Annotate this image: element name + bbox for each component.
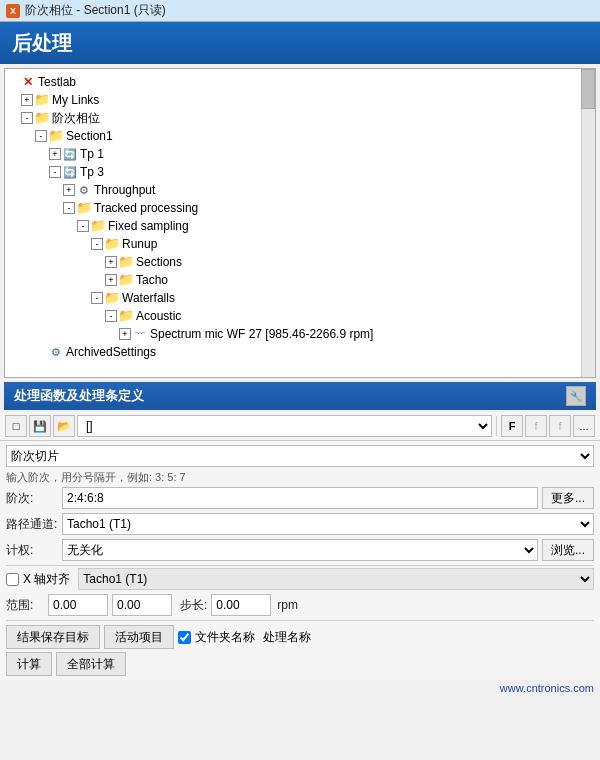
icon-waterfalls: 📁 [105, 291, 119, 305]
f2-button[interactable]: f [525, 415, 547, 437]
new-button[interactable]: □ [5, 415, 27, 437]
tree-item-tacho[interactable]: +📁Tacho [7, 271, 593, 289]
icon-spectrum: 〰 [133, 327, 147, 341]
toggle-tacho[interactable]: + [105, 274, 117, 286]
toggle-section1[interactable]: - [35, 130, 47, 142]
active-item-button[interactable]: 活动项目 [104, 625, 174, 649]
f-button[interactable]: F [501, 415, 523, 437]
xaxis-checkbox[interactable] [6, 573, 19, 586]
scrollbar-thumb[interactable] [581, 69, 595, 109]
icon-acoustic: 📁 [119, 309, 133, 323]
tree-item-tracked[interactable]: -📁Tracked processing [7, 199, 593, 217]
dots-button[interactable]: ... [573, 415, 595, 437]
tree-inner: ✕Testlab+📁My Links-📁阶次相位-📁Section1+🔄Tp 1… [5, 69, 595, 365]
icon-tp1: 🔄 [63, 147, 77, 161]
calc-label: 计权: [6, 542, 58, 559]
app-icon: X [6, 4, 20, 18]
section-bar: 处理函数及处理条定义 🔧 [4, 382, 596, 410]
open-button[interactable]: 📂 [53, 415, 75, 437]
title-bar: X 阶次相位 - Section1 (只读) [0, 0, 600, 22]
icon-section1: 📁 [49, 129, 63, 143]
tree-item-mylinks[interactable]: +📁My Links [7, 91, 593, 109]
order-input[interactable] [62, 487, 538, 509]
toggle-throughput[interactable]: + [63, 184, 75, 196]
toolbar-select[interactable]: [] [77, 415, 492, 437]
tree-item-fixed[interactable]: -📁Fixed sampling [7, 217, 593, 235]
tree-item-archived[interactable]: ⚙ArchivedSettings [7, 343, 593, 361]
toggle-runup[interactable]: - [91, 238, 103, 250]
calc-row: 计权: 无关化 浏览... [6, 539, 594, 561]
toggle-spectrum[interactable]: + [119, 328, 131, 340]
browse-button[interactable]: 浏览... [542, 539, 594, 561]
panel-title: 后处理 [12, 30, 72, 57]
icon-tacho: 📁 [119, 273, 133, 287]
panel-header: 后处理 [0, 22, 600, 64]
tree-item-section1[interactable]: -📁Section1 [7, 127, 593, 145]
tree-item-tp1[interactable]: +🔄Tp 1 [7, 145, 593, 163]
label-jiecixiangwei: 阶次相位 [52, 109, 100, 127]
range-row: 范围: 步长: rpm [6, 594, 594, 616]
icon-tp3: 🔄 [63, 165, 77, 179]
tree-item-waterfalls[interactable]: -📁Waterfalls [7, 289, 593, 307]
toggle-mylinks[interactable]: + [21, 94, 33, 106]
divider2 [6, 620, 594, 621]
track-row: 路径通道: Tacho1 (T1) [6, 513, 594, 535]
tree-item-acoustic[interactable]: -📁Acoustic [7, 307, 593, 325]
filename-checkbox[interactable] [178, 631, 191, 644]
tree-panel[interactable]: ✕Testlab+📁My Links-📁阶次相位-📁Section1+🔄Tp 1… [4, 68, 596, 378]
tree-item-jiecixiangwei[interactable]: -📁阶次相位 [7, 109, 593, 127]
calc-all-button[interactable]: 全部计算 [56, 652, 126, 676]
step-input[interactable] [211, 594, 271, 616]
form-hint: 输入阶次，用分号隔开，例如: 3: 5: 7 [6, 470, 594, 485]
toggle-waterfalls[interactable]: - [91, 292, 103, 304]
order-label: 阶次: [6, 490, 58, 507]
label-throughput: Throughput [94, 181, 155, 199]
combo1-select[interactable]: 阶次切片 [6, 445, 594, 467]
form-area: 阶次切片 输入阶次，用分号隔开，例如: 3: 5: 7 阶次: 更多... 路径… [0, 441, 600, 680]
label-tp3: Tp 3 [80, 163, 104, 181]
label-testlab: Testlab [38, 73, 76, 91]
toggle-acoustic[interactable]: - [105, 310, 117, 322]
icon-archived: ⚙ [49, 345, 63, 359]
xaxis-select[interactable]: Tacho1 (T1) [78, 568, 594, 590]
f3-button[interactable]: f [549, 415, 571, 437]
step-label: 步长: [180, 597, 207, 614]
order-row: 阶次: 更多... [6, 487, 594, 509]
calc-button[interactable]: 计算 [6, 652, 52, 676]
toggle-tracked[interactable]: - [63, 202, 75, 214]
step-unit: rpm [277, 598, 298, 612]
procname-label: 处理名称 [263, 629, 311, 646]
icon-fixed: 📁 [91, 219, 105, 233]
tree-item-tp3[interactable]: -🔄Tp 3 [7, 163, 593, 181]
toolbar: □ 💾 📂 [] F f f ... [0, 412, 600, 441]
tree-item-runup[interactable]: -📁Runup [7, 235, 593, 253]
save-button[interactable]: 💾 [29, 415, 51, 437]
scrollbar-track[interactable] [581, 69, 595, 377]
more-button[interactable]: 更多... [542, 487, 594, 509]
icon-tracked: 📁 [77, 201, 91, 215]
calc-row-bottom: 计算 全部计算 [6, 652, 594, 676]
label-waterfalls: Waterfalls [122, 289, 175, 307]
label-sections: Sections [136, 253, 182, 271]
calc-select[interactable]: 无关化 [62, 539, 538, 561]
toggle-jiecixiangwei[interactable]: - [21, 112, 33, 124]
xaxis-label: X 轴对齐 [23, 571, 70, 588]
toggle-sections[interactable]: + [105, 256, 117, 268]
icon-throughput: ⚙ [77, 183, 91, 197]
track-select[interactable]: Tacho1 (T1) [62, 513, 594, 535]
toggle-tp3[interactable]: - [49, 166, 61, 178]
icon-runup: 📁 [105, 237, 119, 251]
range-to[interactable] [112, 594, 172, 616]
tree-item-sections[interactable]: +📁Sections [7, 253, 593, 271]
label-tracked: Tracked processing [94, 199, 198, 217]
tree-item-testlab[interactable]: ✕Testlab [7, 73, 593, 91]
tree-item-throughput[interactable]: +⚙Throughput [7, 181, 593, 199]
section-bar-title: 处理函数及处理条定义 [14, 387, 144, 405]
save-target-button[interactable]: 结果保存目标 [6, 625, 100, 649]
toggle-tp1[interactable]: + [49, 148, 61, 160]
tree-item-spectrum[interactable]: +〰Spectrum mic WF 27 [985.46-2266.9 rpm] [7, 325, 593, 343]
toggle-fixed[interactable]: - [77, 220, 89, 232]
range-from[interactable] [48, 594, 108, 616]
bottom-row: 结果保存目标 活动项目 文件夹名称 处理名称 [6, 625, 594, 649]
label-fixed: Fixed sampling [108, 217, 189, 235]
